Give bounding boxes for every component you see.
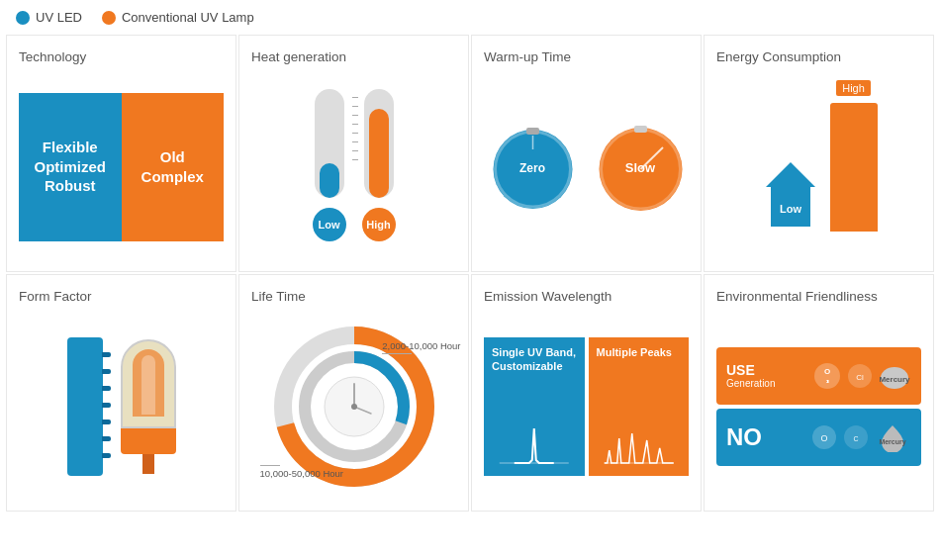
emission-panel-lamp: Multiple Peaks: [589, 337, 690, 476]
mercury-drop: Mercury: [878, 362, 911, 390]
comparison-grid: Technology FlexibleOptimizedRobust OldCo…: [0, 35, 940, 517]
svg-text:Mercury: Mercury: [879, 375, 910, 384]
thermometers: Low High: [251, 93, 456, 241]
energy-orange-bar: [830, 103, 878, 232]
energy-bar-orange-wrap: High: [830, 80, 878, 232]
warmup-title: Warm-up Time: [484, 49, 571, 64]
env-rows: USE Generation O ₃: [716, 347, 921, 466]
conv-lamp-dot: [102, 11, 116, 25]
svg-rect-2: [526, 128, 539, 135]
formfactor-content: [19, 314, 224, 499]
warmup-content: Zero Slow: [484, 74, 689, 259]
emission-content: Single UV Band, Customizable Multiple Pe…: [484, 314, 689, 499]
lifetime-range2: 10,000-50,000 Hour: [260, 465, 344, 479]
emission-lamp-label: Multiple Peaks: [597, 345, 672, 359]
formfactor-title: Form Factor: [19, 289, 92, 304]
card-heat: Heat generation: [238, 35, 469, 272]
svg-text:Cl: Cl: [856, 373, 864, 382]
led-pin: [102, 403, 111, 408]
env-row-use: USE Generation O ₃: [716, 347, 921, 405]
lifetime-content: 2,000-10,000 Hour 10,000-50,000 Hour: [251, 314, 456, 499]
o3-molecule: O ₃: [812, 361, 842, 391]
thermo-orange: High: [362, 89, 396, 241]
uv-led-label: UV LED: [36, 10, 82, 25]
env-no-mercury-icons: O C Mercury: [810, 422, 911, 452]
lamp-glass: [121, 339, 176, 428]
led-pin: [102, 386, 111, 391]
led-pin: [102, 352, 111, 357]
thermo-blue-fill: [320, 163, 339, 198]
card-formfactor: Form Factor: [6, 274, 236, 512]
tech-block-lamp: OldComplex: [122, 93, 225, 241]
lifetime-title: Life Time: [251, 289, 306, 304]
svg-text:₃: ₃: [826, 376, 829, 385]
thermo-blue-outer: [315, 89, 344, 198]
warmup-slow: Slow: [625, 160, 655, 175]
lamp-base: [121, 428, 176, 454]
cl-molecule: Cl: [846, 362, 874, 390]
env-row-no: NO O C Mercury: [716, 409, 921, 466]
svg-text:O: O: [820, 433, 827, 443]
energy-content: Low High: [716, 74, 921, 259]
uv-lamp-wrap: [121, 339, 176, 474]
warmup-orange-wrap: Slow: [594, 120, 688, 214]
svg-text:O: O: [824, 367, 830, 376]
heat-content: Low High: [251, 74, 456, 259]
thermo-orange-outer: [364, 89, 394, 198]
emission-wave-lamp: [597, 419, 682, 468]
warmup-zero: Zero: [519, 160, 545, 174]
led-pins: [102, 352, 111, 458]
card-environmental: Environmental Friendliness USE Generatio…: [704, 274, 934, 512]
environmental-content: USE Generation O ₃: [716, 314, 921, 499]
card-warmup: Warm-up Time Zero: [471, 35, 702, 272]
lifetime-donut-wrap: 2,000-10,000 Hour 10,000-50,000 Hour: [265, 323, 443, 491]
energy-bar-blue-wrap: Low: [761, 157, 820, 232]
cl-molecule2: C: [842, 423, 870, 451]
energy-title: Energy Consumption: [716, 49, 841, 64]
environmental-title: Environmental Friendliness: [716, 289, 878, 304]
led-strip-wrap: [67, 337, 103, 476]
energy-house-blue: Low: [761, 157, 820, 232]
mercury-drop2: Mercury: [874, 422, 911, 452]
led-strip: [67, 337, 103, 476]
svg-point-18: [351, 404, 357, 410]
lamp-pin: [142, 454, 154, 474]
led-pin: [102, 369, 111, 374]
svg-text:C: C: [853, 435, 858, 442]
svg-text:Low: Low: [780, 203, 801, 215]
technology-content: FlexibleOptimizedRobust OldComplex: [19, 74, 224, 259]
lamp-tube: [141, 355, 155, 415]
emission-wave-led: [492, 419, 577, 468]
warmup-circles: Zero Slow: [484, 120, 689, 214]
emission-title: Emission Wavelength: [484, 289, 611, 304]
technology-title: Technology: [19, 49, 86, 64]
emission-panels: Single UV Band, Customizable Multiple Pe…: [484, 337, 689, 476]
card-lifetime: Life Time: [238, 274, 469, 512]
heat-title: Heat generation: [251, 49, 346, 64]
env-use-text-wrap: USE Generation: [726, 362, 775, 389]
warmup-blue-wrap: Zero: [486, 120, 580, 214]
form-factor-visuals: [19, 337, 224, 476]
svg-marker-8: [766, 162, 815, 187]
legend: UV LED Conventional UV Lamp: [0, 0, 940, 35]
svg-rect-6: [634, 126, 647, 133]
tech-block-led: FlexibleOptimizedRobust: [19, 93, 122, 241]
led-pin: [102, 420, 111, 424]
tech-blocks: FlexibleOptimizedRobust OldComplex: [19, 93, 224, 241]
thermo-orange-ball: High: [362, 208, 396, 241]
env-mercury-icons: O ₃ Cl Mercury: [812, 361, 911, 391]
env-no-label: NO: [726, 423, 762, 451]
card-energy: Energy Consumption Low: [704, 35, 934, 272]
uv-led-dot: [16, 11, 30, 25]
energy-high-label: High: [836, 80, 871, 96]
legend-conv-lamp: Conventional UV Lamp: [102, 10, 254, 25]
emission-led-label: Single UV Band, Customizable: [492, 345, 577, 374]
conv-lamp-label: Conventional UV Lamp: [122, 10, 254, 25]
led-pin: [102, 436, 111, 441]
env-use-label: USE: [726, 362, 755, 378]
led-pin: [102, 453, 111, 458]
o-molecule: O: [810, 423, 838, 451]
lifetime-range1: 2,000-10,000 Hour: [382, 340, 460, 354]
svg-text:Mercury: Mercury: [879, 438, 905, 446]
card-technology: Technology FlexibleOptimizedRobust OldCo…: [6, 35, 236, 272]
